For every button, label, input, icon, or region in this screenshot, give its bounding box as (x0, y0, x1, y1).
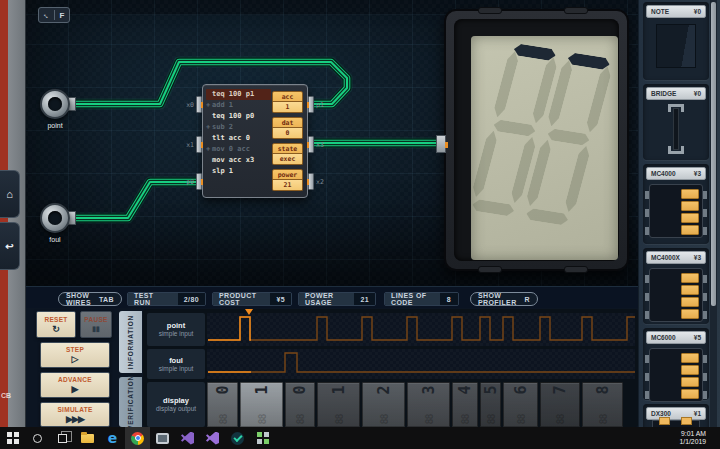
signal-label-foul: foulsimple input (147, 349, 205, 379)
register-name: power (272, 169, 303, 180)
component-header: MC4000¥3 (646, 167, 706, 180)
code-line: +sub 2 (206, 122, 271, 133)
chip-pin-x2[interactable] (308, 173, 314, 190)
input-terminal-foul[interactable]: foul (40, 203, 70, 233)
terminal-hole (48, 97, 62, 111)
lcd-screen (471, 36, 618, 260)
chip-pin-x1[interactable] (196, 136, 202, 153)
code-line: +add 1 (206, 100, 271, 111)
stat-label: POWER USAGE (299, 293, 354, 305)
expected-digit: 1 (253, 385, 271, 394)
component-price: ¥3 (694, 170, 701, 177)
chip-pin-x0[interactable] (196, 96, 202, 113)
stat-value: 2/80 (178, 293, 205, 305)
stat-label: PRODUCT COST (213, 293, 270, 305)
chip-pin-p0[interactable] (196, 173, 202, 190)
fullscreen-button[interactable]: ↔ F (38, 7, 70, 23)
pin-label: x2 (316, 178, 334, 186)
expected-digit: 3 (420, 385, 438, 394)
expected-digit: 7 (551, 385, 569, 394)
ghost-segments: 88 (597, 414, 608, 424)
tiles-app-icon[interactable] (250, 427, 275, 449)
chip-pin-p1[interactable] (308, 96, 314, 113)
signal-label-display: displaydisplay output (147, 382, 205, 427)
screenshot-icon[interactable] (150, 427, 175, 449)
bezel-tab (478, 266, 502, 273)
show-profiler-button[interactable]: SHOW PROFILERR (470, 292, 538, 306)
component-mc6000[interactable]: MC6000¥5 (643, 328, 709, 400)
component-mc4000x[interactable]: MC4000X¥3 (643, 248, 709, 324)
seven-segment-display-device[interactable] (444, 9, 629, 271)
mc4000-chip[interactable]: teq 100 p1+add 1teq 100 p0+sub 2tlt acc … (202, 84, 308, 198)
file-explorer-icon[interactable] (75, 427, 100, 449)
component-mc4000[interactable]: MC4000¥3 (643, 164, 709, 244)
ghost-segments: 88 (256, 414, 267, 424)
undo-button[interactable]: ↩ (0, 222, 20, 270)
home-button[interactable]: ⌂ (0, 170, 20, 218)
terminal-label: foul (25, 236, 85, 243)
stat-product-cost: PRODUCT COST¥5 (212, 292, 292, 306)
chip-registers: acc1dat0stateexecpower21 (272, 91, 303, 195)
circuit-board[interactable]: ↔ F point foul teq 100 p1+add 1teq 100 p… (0, 0, 720, 288)
visual-studio-2-icon[interactable] (200, 427, 225, 449)
task-view-icon[interactable] (50, 427, 75, 449)
component-name: MC6000 (651, 334, 676, 341)
chip-code[interactable]: teq 100 p1+add 1teq 100 p0+sub 2tlt acc … (206, 89, 271, 177)
display-cell: 882 (362, 382, 405, 427)
ghost-segments: 88 (555, 414, 566, 424)
visual-studio-icon[interactable] (175, 427, 200, 449)
component-bridge[interactable]: BRIDGE¥0 (643, 84, 709, 160)
reset-button[interactable]: RESET↻ (36, 311, 76, 338)
display-input-pin[interactable] (436, 135, 446, 153)
pin-label: p0 (176, 178, 194, 186)
button-label: SIMULATE (57, 406, 92, 414)
search-icon[interactable] (25, 427, 50, 449)
ghost-segments: 88 (515, 414, 526, 424)
tab-information[interactable]: INFORMATION (119, 311, 142, 373)
expected-digit: 6 (512, 385, 530, 394)
start-icon[interactable] (0, 427, 25, 449)
display-cell: 880 (285, 382, 315, 427)
check-app-icon[interactable] (225, 427, 250, 449)
ghost-segments: 88 (217, 414, 228, 424)
simulate-button[interactable]: SIMULATE▶▶▶ (40, 402, 110, 427)
button-label: ADVANCE (58, 376, 92, 384)
time-marker (245, 309, 253, 315)
home-icon: ⌂ (6, 188, 13, 200)
expected-digit: 0 (214, 385, 232, 394)
ghost-segments: 88 (423, 414, 434, 424)
ghost-segments: 88 (295, 414, 306, 424)
signal-traces (207, 309, 637, 382)
button-label: PAUSE (84, 316, 107, 324)
scrollbar-thumb[interactable] (711, 2, 716, 306)
tab-verification[interactable]: VERIFICATION (119, 377, 142, 427)
chip-pin-x3[interactable] (308, 136, 314, 153)
component-note[interactable]: NOTE¥0 (643, 2, 709, 80)
component-name: BRIDGE (651, 90, 676, 97)
component-header: MC4000X¥3 (646, 251, 706, 264)
signal-type: simple input (159, 330, 194, 338)
chrome-icon[interactable] (125, 427, 150, 449)
signal-name: display (163, 396, 189, 405)
edge-icon[interactable]: e (100, 427, 125, 449)
step-icon: ▷ (72, 354, 79, 364)
ghost-segments: 88 (378, 414, 389, 424)
pin-label: x1 (176, 141, 194, 149)
show-wires-button[interactable]: SHOW WIRESTAB (58, 292, 122, 306)
ghost-segments: 88 (460, 414, 471, 424)
note-thumbnail (656, 24, 696, 68)
wire-foul-to-p0[interactable] (62, 182, 199, 218)
expected-digit: 8 (594, 385, 612, 394)
expected-digit: 2 (375, 385, 393, 394)
sidebar-scrollbar[interactable] (710, 0, 717, 427)
step-button[interactable]: STEP▷ (40, 342, 110, 368)
display-cell: 881 (240, 382, 283, 427)
pause-button[interactable]: PAUSE▮▮ (80, 311, 112, 338)
taskbar-clock[interactable]: 9:01 AM 1/1/2019 (680, 430, 720, 447)
bezel-tab (478, 7, 502, 14)
advance-button[interactable]: ADVANCE▶ (40, 372, 110, 398)
clock-time: 9:01 AM (680, 430, 706, 439)
input-terminal-point[interactable]: point (40, 89, 70, 119)
code-line: +mov 0 acc (206, 144, 271, 155)
ghost-segments: 88 (485, 414, 496, 424)
